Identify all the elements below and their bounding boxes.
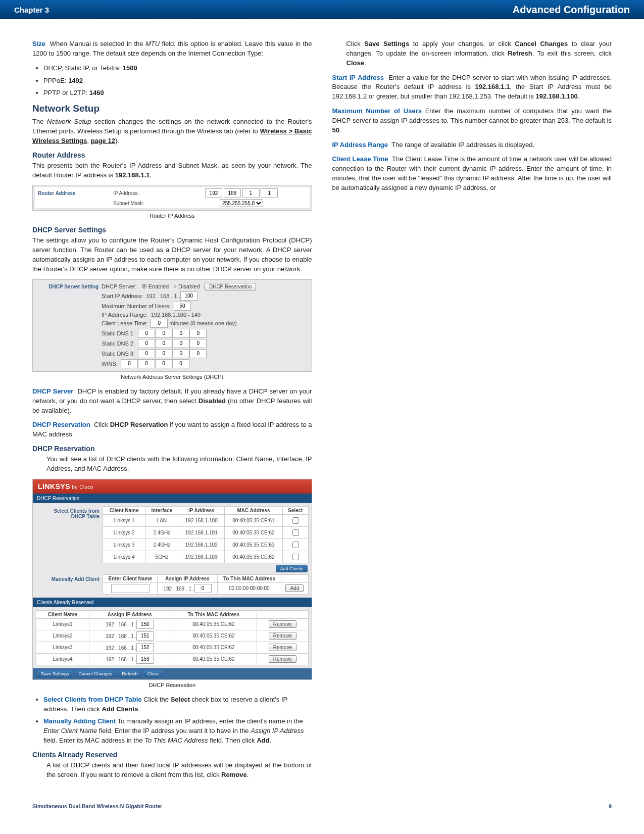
heading-clients-already-reserved: Clients Already Reserved [32, 751, 312, 759]
size-paragraph: Size When Manual is selected in the MTU … [32, 39, 312, 59]
router-address-paragraph: This presents both the Router's IP Addre… [32, 161, 312, 180]
figure-dhcp-settings: DHCP Server Setting DHCP Server: ⦿ Enabl… [32, 279, 312, 372]
ip-octet-2[interactable] [224, 188, 241, 198]
term-dhcp-reservation: DHCP Reservation [32, 421, 90, 428]
section-already-reserved-bar: Clients Already Reserved [33, 598, 312, 607]
dhcp-reservation-paragraph: DHCP Reservation Click DHCP Reservation … [32, 420, 312, 439]
dns3-3[interactable] [172, 349, 189, 358]
ip-octet-4[interactable] [261, 188, 278, 198]
label-mask: Subnet Mask: [110, 199, 174, 208]
button-remove[interactable]: Remove [269, 620, 296, 628]
wins-2[interactable] [138, 359, 155, 368]
start-ip-last-octet[interactable] [180, 291, 197, 301]
button-remove[interactable]: Remove [269, 644, 296, 651]
mac-input[interactable]: 00:00:00:00:00:00 [217, 582, 281, 594]
reserved-ip[interactable] [136, 655, 154, 664]
term-start-ip: Start IP Address [332, 74, 384, 81]
heading-router-address: Router Address [32, 151, 312, 159]
select-checkbox[interactable] [292, 554, 299, 560]
dns2-3[interactable] [172, 339, 189, 348]
button-close[interactable]: Close [143, 670, 163, 677]
list-item: PPPoE: 1492 [43, 76, 312, 86]
dns1-3[interactable] [172, 329, 189, 338]
wins-3[interactable] [155, 359, 172, 368]
page-body: Size When Manual is selected in the MTU … [0, 19, 644, 799]
save-cancel-paragraph: Click Save Settings to apply your change… [346, 39, 612, 68]
assign-ip-last[interactable] [194, 584, 212, 593]
button-refresh[interactable]: Refresh [118, 670, 142, 677]
footer-page-number: 9 [609, 803, 612, 809]
client-lease-paragraph: Client Lease Time The Client Lease Time … [332, 155, 612, 192]
footer-product: Simultaneous Dual-Band Wireless-N Gigabi… [32, 803, 162, 809]
button-add-clients[interactable]: Add Clients [276, 565, 307, 572]
reserved-ip[interactable] [136, 643, 154, 652]
button-dhcp-reservation[interactable]: DHCP Reservation [205, 283, 256, 290]
button-cancel-changes[interactable]: Cancel Changes [75, 670, 117, 677]
ip-range-paragraph: IP Address Range The range of available … [332, 140, 612, 150]
table-row: Linksys4192 . 168 . 1 .00:40:05:35:CE:62… [36, 653, 309, 665]
list-item: Manually Adding Client To manually assig… [43, 717, 312, 746]
term-size: Size [32, 40, 45, 47]
dns3-4[interactable] [189, 349, 207, 358]
max-users[interactable] [174, 302, 191, 311]
tab-dhcp-reservation: DHCP Reservation [33, 494, 312, 503]
term-select-clients: Select Clients from DHCP Table [43, 696, 142, 703]
dns2-4[interactable] [189, 339, 207, 348]
reserved-ip[interactable] [136, 631, 154, 641]
term-manual-add: Manually Adding Client [43, 717, 116, 725]
figure-dhcp-reservation: LINKSYS by Cisco DHCP Reservation Select… [32, 479, 312, 680]
table-row: Linksys 1LAN192.168.1.10000:40:05:35:CE:… [103, 514, 309, 526]
network-setup-paragraph: The Network Setup section changes the se… [32, 117, 312, 146]
dns2-1[interactable] [138, 339, 155, 348]
page-footer: Simultaneous Dual-Band Wireless-N Gigabi… [0, 799, 644, 818]
dns3-1[interactable] [138, 349, 155, 358]
size-list: DHCP, Static IP, or Telstra: 1500 PPPoE:… [32, 64, 312, 99]
dhcp-intro-paragraph: The settings allow you to configure the … [32, 236, 312, 274]
caption-dhcp-settings: Network Address Server Settings (DHCP) [32, 374, 312, 380]
start-ip-paragraph: Start IP Address Enter a value for the D… [332, 73, 612, 102]
dns2-2[interactable] [155, 339, 172, 348]
dns1-1[interactable] [138, 329, 155, 338]
term-max-users: Maximum Number of Users [332, 107, 422, 115]
dns3-2[interactable] [155, 349, 172, 358]
already-reserved-paragraph: A list of DHCP clients and their fixed l… [46, 761, 312, 780]
term-dhcp-server: DHCP Server [32, 387, 73, 395]
reserved-ip[interactable] [136, 620, 154, 629]
ip-octet-3[interactable] [242, 188, 260, 198]
ip-octet-1[interactable] [205, 188, 222, 198]
table-row: Linksys 45GHz192.168.1.10300:40:05:35:CE… [103, 551, 309, 563]
select-checkbox[interactable] [292, 517, 299, 524]
client-name-input[interactable] [111, 584, 150, 593]
table-row: Linksys1192 . 168 . 1 .00:40:05:35:CE:62… [36, 618, 309, 630]
caption-router-ip: Router IP Address [32, 213, 312, 219]
subnet-mask-select[interactable]: 255.255.255.0 [220, 200, 263, 207]
label-ip: IP Address: [110, 187, 174, 199]
list-item: Select Clients from DHCP Table Click the… [43, 695, 312, 714]
list-item: DHCP, Static IP, or Telstra: 1500 [43, 64, 312, 73]
lease-time[interactable] [151, 319, 168, 328]
wins-4[interactable] [172, 359, 189, 368]
table-row: Linksys 32.4GHz192.168.1.10200:40:05:35:… [103, 538, 309, 551]
radio-enabled[interactable]: Enabled [148, 283, 169, 289]
button-remove[interactable]: Remove [269, 655, 296, 663]
button-add[interactable]: Add [285, 584, 304, 592]
brand-bar: LINKSYS by Cisco [33, 479, 312, 494]
dns1-2[interactable] [155, 329, 172, 338]
radio-disabled[interactable]: Disabled [178, 283, 200, 289]
select-checkbox[interactable] [292, 529, 299, 536]
page-header-title: Advanced Configuration [513, 4, 630, 16]
select-checkbox[interactable] [292, 542, 299, 548]
dhcp-server-paragraph: DHCP Server DHCP is enabled by factory d… [32, 387, 312, 416]
heading-network-setup: Network Setup [32, 103, 312, 114]
button-save-settings[interactable]: Save Settings [37, 670, 73, 677]
button-remove[interactable]: Remove [269, 632, 296, 640]
reservation-bullets: Select Clients from DHCP Table Click the… [32, 695, 312, 746]
figure-router-ip: Router Address IP Address: Subnet Mask: … [32, 185, 312, 211]
heading-dhcp-reservation: DHCP Reservation [32, 445, 312, 453]
panel-title: Router Address [35, 187, 110, 199]
table-row: Linksys 22.4GHz192.168.1.10100:40:05:35:… [103, 526, 309, 538]
dns1-4[interactable] [189, 329, 207, 338]
list-item: PPTP or L2TP: 1460 [43, 88, 312, 98]
link-page-12[interactable]: page 12 [91, 137, 115, 144]
wins-1[interactable] [121, 359, 138, 368]
